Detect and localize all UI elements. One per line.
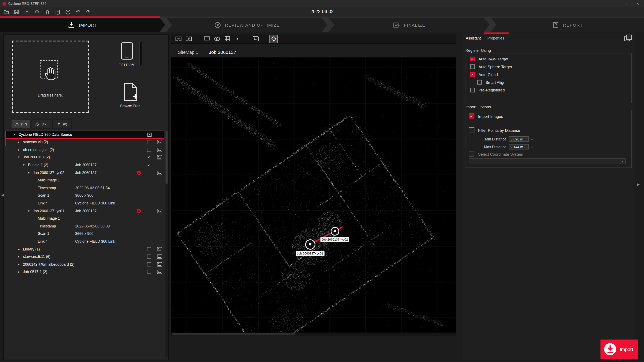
- field-360-source[interactable]: FIELD 360: [113, 41, 141, 67]
- undo-icon[interactable]: ↶: [75, 9, 81, 15]
- tree-row[interactable]: Multi Image 1: [5, 177, 164, 184]
- tree-checkbox[interactable]: [147, 270, 151, 274]
- auto-cloud-checkbox[interactable]: ✓: [470, 72, 475, 77]
- coordinate-system-dropdown[interactable]: ▾: [469, 158, 626, 164]
- auto-b-w-target-checkbox[interactable]: ✓: [470, 57, 475, 61]
- expand-arrow-icon[interactable]: ▸: [18, 270, 20, 274]
- tree-row[interactable]: Scan 13666 x 900: [5, 230, 164, 238]
- canvas-hscrollbar[interactable]: [171, 333, 456, 336]
- tree-row[interactable]: Link 4Cyclone FIELD 360 Link: [5, 199, 164, 207]
- workflow-step-review-and-optimize[interactable]: REVIEW AND OPTIMIZE: [166, 18, 327, 32]
- tree-checkbox[interactable]: [147, 247, 151, 251]
- pre-registered-checkbox[interactable]: [470, 88, 475, 92]
- list-tab-1[interactable]: (12): [32, 119, 51, 129]
- scan-marker[interactable]: [330, 227, 339, 236]
- expand-arrow-icon[interactable]: ▸: [18, 255, 20, 259]
- tree-row[interactable]: ▸2060142 @6m albedoboard (2): [5, 260, 164, 268]
- coordinate-system-checkbox[interactable]: [469, 151, 474, 157]
- collapse-arrow-icon[interactable]: ▾: [28, 171, 29, 174]
- grid-view-icon[interactable]: [223, 35, 231, 42]
- min-distance-stepper[interactable]: ▲▼: [531, 137, 533, 141]
- import-data-icon[interactable]: [24, 9, 30, 15]
- workflow-step-finalize[interactable]: FINALIZE: [328, 18, 490, 32]
- tree-checkbox[interactable]: ✓: [148, 132, 152, 136]
- auto-sphere-target-checkbox[interactable]: [470, 64, 475, 69]
- tree-row[interactable]: ▸Job-0517-1 (2): [5, 268, 164, 276]
- close-button[interactable]: ✕: [636, 2, 639, 5]
- register-split-right-icon[interactable]: [185, 35, 192, 42]
- tree-row[interactable]: Scan 13666 x 900: [5, 192, 164, 199]
- tree-checkbox[interactable]: [147, 140, 151, 144]
- tree-row[interactable]: ▾Bundle-1 (2)Job 2060137✓: [5, 161, 164, 169]
- panel-layout-icon[interactable]: [624, 34, 632, 41]
- max-distance-input[interactable]: 9.144 m: [509, 144, 528, 149]
- tree-scrollbar[interactable]: [166, 130, 168, 357]
- save-project-icon[interactable]: [14, 9, 19, 15]
- thumbnail-icon[interactable]: [157, 170, 163, 175]
- fit-to-view-icon[interactable]: [203, 35, 210, 42]
- tree-row[interactable]: Multi Image 1: [5, 215, 164, 222]
- image-gallery-icon[interactable]: [252, 35, 259, 42]
- settings-icon[interactable]: ⚙: [34, 9, 40, 15]
- tree-row[interactable]: ▸oh no not again (2): [5, 146, 164, 154]
- help-icon[interactable]: ?: [65, 9, 70, 15]
- thumbnail-icon[interactable]: [157, 255, 163, 259]
- workflow-step-import[interactable]: IMPORT: [0, 18, 165, 32]
- point-cloud[interactable]: [171, 57, 456, 336]
- tree-row[interactable]: ▾Job 2060137- yc01Job 2060137: [5, 207, 164, 215]
- smart-align-checkbox[interactable]: [477, 80, 482, 84]
- thumbnail-icon[interactable]: [157, 140, 163, 144]
- delete-icon[interactable]: [44, 9, 50, 15]
- list-tab-0[interactable]: (17): [11, 119, 31, 129]
- collapse-arrow-icon[interactable]: ▾: [18, 156, 20, 159]
- thumbnail-icon[interactable]: [157, 262, 163, 267]
- collapse-arrow-icon[interactable]: ▾: [23, 163, 24, 167]
- viewer-tab-sitemap-1[interactable]: SiteMap 1: [173, 47, 203, 58]
- tree-row[interactable]: ▸starwars.5.11 (6): [5, 253, 164, 260]
- collapse-right-panel-arrow[interactable]: ▶: [637, 182, 640, 186]
- sitemap-canvas[interactable]: Job 2060137- yc02Job 2060137- yc01: [171, 57, 456, 336]
- tree-row[interactable]: Timestamp2022-06-02-06:51:54: [5, 184, 164, 192]
- collapse-arrow-icon[interactable]: ▾: [28, 209, 29, 213]
- expand-arrow-icon[interactable]: ▸: [18, 148, 20, 152]
- redo-icon[interactable]: ↷: [85, 9, 91, 15]
- register-split-left-icon[interactable]: [174, 35, 182, 42]
- thumbnail-icon[interactable]: [157, 270, 163, 274]
- panel-tab-properties[interactable]: Properties: [486, 33, 505, 42]
- tree-row[interactable]: Link 4Cyclone FIELD 360 Link: [5, 238, 164, 245]
- thumbnail-icon[interactable]: [157, 148, 163, 152]
- filter-points-checkbox[interactable]: [469, 127, 474, 133]
- collapse-arrow-icon[interactable]: ▾: [14, 133, 15, 136]
- drop-zone[interactable]: Drag files here.: [12, 40, 89, 113]
- import-button[interactable]: Import: [600, 340, 638, 359]
- viewer-tab-job-2060137[interactable]: Job 2060137: [204, 47, 241, 58]
- tree-checkbox[interactable]: [147, 148, 151, 152]
- expand-arrow-icon[interactable]: ▸: [18, 247, 20, 251]
- visual-alignment-icon[interactable]: [213, 35, 220, 42]
- minimize-button[interactable]: –: [616, 2, 618, 5]
- workflow-step-report[interactable]: REPORT: [491, 18, 644, 32]
- tree-row[interactable]: ▾Job 2060137- yc02Job 2060137: [5, 169, 164, 177]
- list-tab-2[interactable]: (0): [52, 119, 72, 129]
- scan-marker[interactable]: [305, 239, 315, 249]
- tree-row[interactable]: ▸Library (1): [5, 245, 164, 253]
- tree-row[interactable]: Timestamp2022-06-02-06:50:09: [5, 222, 164, 230]
- thumbnail-icon[interactable]: [157, 155, 163, 160]
- thumbnail-icon[interactable]: [157, 247, 163, 251]
- tree-checkbox[interactable]: [147, 255, 151, 259]
- grid-caret-icon[interactable]: ▾: [234, 35, 241, 42]
- tree-row[interactable]: ▸starwars.vis (2): [5, 138, 164, 146]
- collapse-left-panel-arrow[interactable]: ◀: [1, 193, 4, 197]
- maximize-button[interactable]: □: [626, 2, 628, 5]
- max-distance-stepper[interactable]: ▲▼: [531, 145, 533, 148]
- min-distance-input[interactable]: 6.096 m: [509, 136, 528, 141]
- storage-icon[interactable]: [55, 9, 60, 15]
- panel-tab-assistant[interactable]: Assistant: [465, 33, 482, 42]
- expand-arrow-icon[interactable]: ▸: [18, 263, 20, 266]
- tree-row[interactable]: ▾Cyclone FIELD 360 Data Source✓: [5, 130, 164, 138]
- tree-checkbox[interactable]: [147, 262, 151, 266]
- open-project-icon[interactable]: [4, 9, 9, 15]
- tree-row[interactable]: ▾Job 2060137 (2)✓: [5, 154, 164, 161]
- auto-cloud-align-icon[interactable]: [270, 35, 277, 42]
- thumbnail-icon[interactable]: [157, 209, 163, 213]
